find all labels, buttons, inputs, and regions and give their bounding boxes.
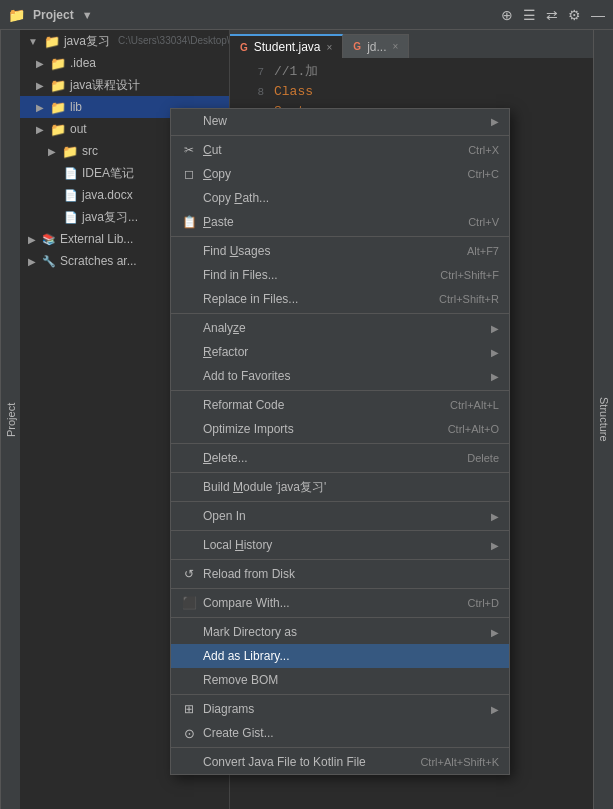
favorites-label: Add to Favorites (203, 369, 290, 383)
reload-label: Reload from Disk (203, 567, 295, 581)
replace-files-label: Replace in Files... (203, 292, 298, 306)
find-files-label: Find in Files... (203, 268, 278, 282)
menu-item-optimize[interactable]: Optimize Imports Ctrl+Alt+O (171, 417, 509, 441)
course-icon: 📁 (50, 78, 66, 93)
expand-arrow: ▶ (36, 102, 44, 113)
line-number: 7 (234, 62, 264, 82)
cut-label: Cut (203, 143, 222, 157)
reformat-label: Reformat Code (203, 398, 284, 412)
menu-item-open-in[interactable]: Open In ▶ (171, 504, 509, 528)
scratches-label: Scratches ar... (60, 254, 137, 268)
separator (171, 617, 509, 618)
paste-label: Paste (203, 215, 234, 229)
toolbar-actions: ⊕ ☰ ⇄ ⚙ — (501, 7, 605, 23)
compare-icon: ⬛ (181, 596, 197, 610)
sidebar-left-label[interactable]: Project (0, 30, 20, 809)
expand-arrow: ▶ (28, 234, 36, 245)
menu-item-paste[interactable]: 📋 Paste Ctrl+V (171, 210, 509, 234)
submenu-arrow: ▶ (491, 323, 499, 334)
menu-item-copy-path[interactable]: Copy Path... (171, 186, 509, 210)
tab-icon2: G (353, 41, 361, 52)
menu-item-delete[interactable]: Delete... Delete (171, 446, 509, 470)
menu-item-compare[interactable]: ⬛ Compare With... Ctrl+D (171, 591, 509, 615)
dropdown-icon[interactable]: ▼ (82, 9, 93, 21)
separator (171, 588, 509, 589)
copy-shortcut: Ctrl+C (468, 168, 499, 180)
tab-label: Student.java (254, 40, 321, 54)
locate-button[interactable]: ⊕ (501, 7, 513, 23)
review-label: java复习... (82, 209, 138, 226)
local-history-label: Local History (203, 538, 272, 552)
menu-item-create-gist[interactable]: ⊙ Create Gist... (171, 721, 509, 745)
menu-item-diagrams[interactable]: ⊞ Diagrams ▶ (171, 697, 509, 721)
layout-button[interactable]: ☰ (523, 7, 536, 23)
menu-item-convert-kotlin[interactable]: Convert Java File to Kotlin File Ctrl+Al… (171, 750, 509, 774)
menu-item-mark-dir[interactable]: Mark Directory as ▶ (171, 620, 509, 644)
root-label: java复习 (64, 33, 110, 50)
idea-icon: 📁 (50, 56, 66, 71)
split-button[interactable]: ⇄ (546, 7, 558, 23)
tab-icon: G (240, 42, 248, 53)
copy-label: Copy (203, 167, 231, 181)
separator (171, 501, 509, 502)
menu-item-replace-files[interactable]: Replace in Files... Ctrl+Shift+R (171, 287, 509, 311)
menu-item-add-library[interactable]: Add as Library... (171, 644, 509, 668)
paste-shortcut: Ctrl+V (468, 216, 499, 228)
file-tree-root[interactable]: ▼ 📁 java复习 C:\Users\33034\Desktop\java复习 (20, 30, 229, 52)
lib-icon: 📚 (42, 233, 56, 246)
compare-label: Compare With... (203, 596, 290, 610)
tab-close-icon2[interactable]: × (392, 41, 398, 52)
expand-arrow: ▶ (48, 146, 56, 157)
remove-bom-label: Remove BOM (203, 673, 278, 687)
minimize-button[interactable]: — (591, 7, 605, 23)
separator (171, 472, 509, 473)
tree-item-course[interactable]: ▶ 📁 java课程设计 (20, 74, 229, 96)
copy-path-label: Copy Path... (203, 191, 269, 205)
docx-label: java.docx (82, 188, 133, 202)
line-code: //1.加 (274, 62, 318, 82)
tab-student-java[interactable]: G Student.java × (230, 34, 343, 58)
editor-line-7: 7 //1.加 (230, 62, 593, 82)
tab-close-icon[interactable]: × (327, 42, 333, 53)
menu-item-favorites[interactable]: Add to Favorites ▶ (171, 364, 509, 388)
menu-item-remove-bom[interactable]: Remove BOM (171, 668, 509, 692)
submenu-arrow: ▶ (491, 704, 499, 715)
menu-item-new[interactable]: New ▶ (171, 109, 509, 133)
menu-item-reload[interactable]: ↺ Reload from Disk (171, 562, 509, 586)
tab-jd[interactable]: G jd... × (343, 34, 409, 58)
separator (171, 747, 509, 748)
menu-item-copy[interactable]: ◻ Copy Ctrl+C (171, 162, 509, 186)
diagrams-label: Diagrams (203, 702, 254, 716)
settings-button[interactable]: ⚙ (568, 7, 581, 23)
menu-item-find-files[interactable]: Find in Files... Ctrl+Shift+F (171, 263, 509, 287)
out-label: out (70, 122, 87, 136)
line-code: Class (274, 82, 313, 102)
tree-item-idea[interactable]: ▶ 📁 .idea (20, 52, 229, 74)
compare-shortcut: Ctrl+D (468, 597, 499, 609)
sidebar-right-label[interactable]: Structure (593, 30, 613, 809)
optimize-shortcut: Ctrl+Alt+O (448, 423, 499, 435)
mark-dir-label: Mark Directory as (203, 625, 297, 639)
src-icon: 📁 (62, 144, 78, 159)
new-label: New (203, 114, 227, 128)
scratch-icon: 🔧 (42, 255, 56, 268)
optimize-label: Optimize Imports (203, 422, 294, 436)
menu-item-cut[interactable]: ✂ Cut Ctrl+X (171, 138, 509, 162)
notes-icon: 📄 (64, 167, 78, 180)
paste-icon: 📋 (181, 215, 197, 229)
menu-item-reformat[interactable]: Reformat Code Ctrl+Alt+L (171, 393, 509, 417)
folder-icon: 📁 (8, 7, 25, 23)
line-number: 8 (234, 82, 264, 102)
tab-bar: G Student.java × G jd... × (230, 30, 593, 58)
separator (171, 390, 509, 391)
refactor-label: Refactor (203, 345, 248, 359)
menu-item-build[interactable]: Build Module 'java复习' (171, 475, 509, 499)
menu-item-analyze[interactable]: Analyze ▶ (171, 316, 509, 340)
diagrams-icon: ⊞ (181, 702, 197, 716)
expand-arrow: ▶ (36, 124, 44, 135)
expand-arrow: ▶ (28, 256, 36, 267)
menu-item-local-history[interactable]: Local History ▶ (171, 533, 509, 557)
menu-item-refactor[interactable]: Refactor ▶ (171, 340, 509, 364)
menu-item-find-usages[interactable]: Find Usages Alt+F7 (171, 239, 509, 263)
delete-label: Delete... (203, 451, 248, 465)
